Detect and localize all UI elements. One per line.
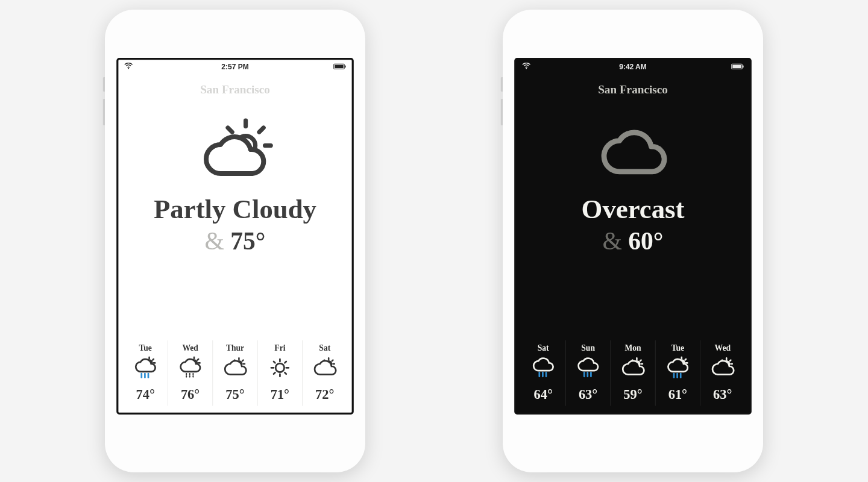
svg-point-0: [128, 68, 129, 69]
forecast-day[interactable]: Sun 63°: [565, 340, 610, 406]
forecast-day-label: Sun: [566, 343, 611, 353]
rain-sun-icon: [656, 355, 700, 380]
forecast-row: Sat 64° Sun 63° Mon 59°: [521, 340, 744, 406]
forecast-day[interactable]: Wed 63°: [700, 340, 744, 406]
forecast-day-label: Tue: [123, 343, 168, 353]
rain-icon: [566, 355, 611, 380]
svg-line-6: [259, 128, 263, 132]
svg-point-47: [526, 68, 527, 69]
status-time: 9:42 AM: [516, 63, 749, 71]
cloud-icon: [516, 116, 749, 188]
forecast-day[interactable]: Fri 71°: [257, 340, 302, 406]
battery-icon: [731, 63, 744, 71]
svg-rect-2: [335, 65, 343, 69]
forecast-day-label: Sat: [303, 343, 347, 353]
forecast-temp: 64°: [521, 387, 565, 402]
svg-line-40: [274, 372, 275, 374]
forecast-day-label: Mon: [611, 343, 655, 353]
wifi-icon: [522, 63, 530, 71]
status-bar: 9:42 AM: [516, 60, 749, 74]
forecast-day[interactable]: Mon 59°: [610, 340, 655, 406]
svg-line-37: [274, 362, 275, 363]
svg-line-39: [285, 362, 286, 363]
forecast-day[interactable]: Sat 72°: [302, 340, 347, 406]
forecast-temp: 59°: [611, 387, 655, 402]
condition-label: Overcast: [516, 195, 749, 223]
svg-rect-50: [743, 65, 744, 67]
partly-cloudy-icon: [118, 116, 351, 188]
screen[interactable]: 2:57 PM San Francisco Pa: [116, 58, 354, 415]
svg-rect-3: [345, 65, 346, 67]
svg-line-43: [332, 360, 333, 362]
svg-line-73: [730, 360, 731, 362]
partly-cloudy-icon: [303, 355, 347, 380]
city-label: San Francisco: [118, 83, 351, 96]
forecast-row: Tue 74° Wed 76° Thur 75°: [123, 340, 347, 406]
forecast-temp: 63°: [566, 387, 611, 402]
rain-sun-icon: [123, 355, 168, 380]
wifi-icon: [124, 63, 133, 71]
forecast-temp: 61°: [656, 387, 700, 402]
forecast-temp: 63°: [700, 387, 745, 402]
svg-rect-49: [732, 65, 741, 69]
status-bar: 2:57 PM: [118, 60, 351, 74]
forecast-day-label: Wed: [700, 343, 745, 353]
forecast-day[interactable]: Tue 61°: [655, 340, 700, 406]
svg-line-20: [198, 359, 199, 360]
partly-cloudy-icon: [700, 355, 745, 380]
phone-mockup-dark: 9:42 AM San Francisco Overcast & 60° Sat: [503, 10, 763, 472]
city-label: San Francisco: [516, 83, 749, 96]
ampersand: &: [205, 227, 224, 255]
svg-line-28: [242, 360, 244, 362]
ampersand: &: [603, 227, 622, 255]
screen[interactable]: 9:42 AM San Francisco Overcast & 60° Sat: [514, 58, 752, 415]
partly-cloudy-icon: [611, 355, 655, 380]
svg-line-65: [685, 359, 686, 360]
status-time: 2:57 PM: [118, 63, 351, 71]
forecast-temp: 74°: [123, 387, 168, 402]
forecast-day-label: Tue: [656, 343, 700, 353]
current-temp: 75°: [230, 227, 265, 255]
forecast-day-label: Sat: [521, 343, 565, 353]
current-temp: 60°: [628, 227, 663, 255]
temperature-line: & 75°: [118, 227, 351, 255]
battery-icon: [333, 63, 346, 71]
phone-mockup-light: 2:57 PM San Francisco Pa: [105, 10, 365, 472]
partly-cloudy-icon: [213, 355, 257, 380]
svg-line-38: [285, 372, 286, 374]
forecast-day-label: Fri: [258, 343, 303, 353]
svg-line-59: [640, 360, 641, 362]
forecast-temp: 71°: [258, 387, 303, 402]
sleet-sun-icon: [168, 355, 213, 380]
svg-line-9: [228, 128, 232, 132]
forecast-temp: 76°: [168, 387, 213, 402]
svg-line-12: [153, 359, 154, 360]
forecast-day[interactable]: Sat 64°: [521, 340, 565, 406]
sunny-icon: [258, 355, 303, 380]
forecast-temp: 72°: [303, 387, 347, 402]
svg-point-32: [275, 363, 284, 372]
temperature-line: & 60°: [516, 227, 749, 255]
condition-label: Partly Cloudy: [118, 195, 351, 223]
forecast-day-label: Thur: [213, 343, 257, 353]
rain-icon: [521, 355, 565, 380]
forecast-day[interactable]: Wed 76°: [168, 340, 212, 406]
forecast-day-label: Wed: [168, 343, 213, 353]
forecast-day[interactable]: Thur 75°: [212, 340, 257, 406]
forecast-temp: 75°: [213, 387, 257, 402]
forecast-day[interactable]: Tue 74°: [123, 340, 168, 406]
